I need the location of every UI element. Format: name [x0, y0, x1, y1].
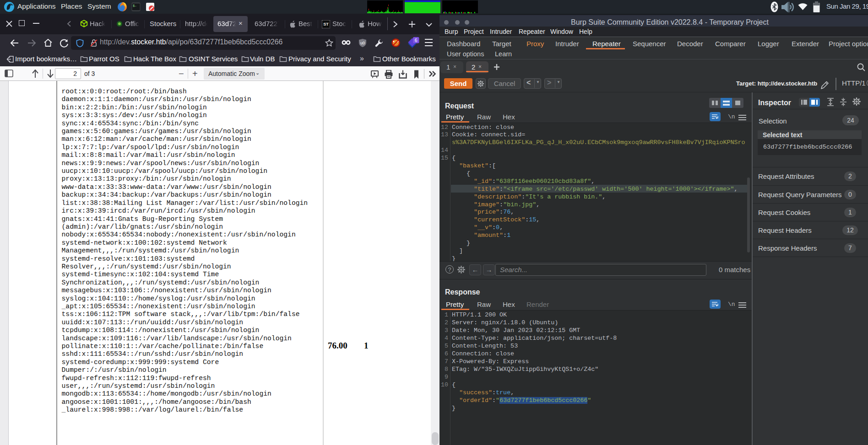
svg-text:$-: $- [133, 4, 136, 8]
svg-text:6: 6 [415, 38, 418, 43]
svg-text:0: 0 [363, 41, 365, 45]
